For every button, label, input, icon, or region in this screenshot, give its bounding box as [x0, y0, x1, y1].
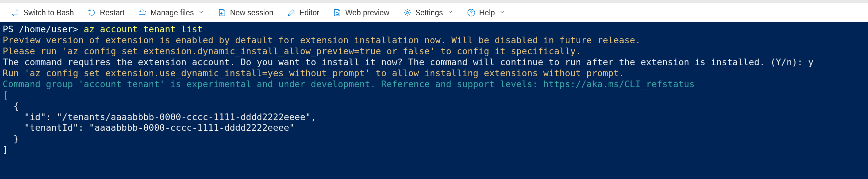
output-json: "id": "/tenants/aaaabbbb-0000-cccc-1111-… [3, 112, 316, 122]
editor-button[interactable]: Editor [280, 3, 326, 22]
output-line: Preview version of extension is enabled … [3, 35, 641, 45]
help-button[interactable]: Help [460, 3, 512, 22]
output-line: Run 'az config set extension.use_dynamic… [3, 68, 624, 78]
manage-files-label: Manage files [150, 8, 193, 17]
output-json: ] [3, 144, 8, 155]
settings-button[interactable]: Settings [396, 3, 460, 22]
help-icon [467, 8, 476, 17]
web-preview-button[interactable]: Web preview [326, 3, 396, 22]
output-line: Command group 'account tenant' is experi… [3, 79, 695, 89]
cloud-icon [138, 8, 147, 17]
swap-icon [11, 8, 20, 17]
command-text: az account tenant list [79, 24, 203, 34]
prompt-label: PS /home/user> [3, 24, 79, 34]
editor-label: Editor [299, 8, 319, 17]
chevron-down-icon [198, 9, 204, 17]
terminal-pane[interactable]: PS /home/user> az account tenant list Pr… [0, 22, 868, 179]
top-edge [0, 0, 868, 3]
svg-point-0 [406, 12, 408, 14]
chevron-down-icon [499, 9, 505, 17]
toolbar: Switch to Bash Restart Manage files New … [0, 3, 868, 22]
new-session-label: New session [230, 8, 273, 17]
web-preview-label: Web preview [345, 8, 390, 17]
output-json: [ [3, 90, 8, 100]
help-label: Help [479, 8, 495, 17]
new-session-button[interactable]: New session [211, 3, 280, 22]
output-json: { [3, 101, 19, 111]
restart-button[interactable]: Restart [81, 3, 131, 22]
output-json: "tenantId": "aaaabbbb-0000-cccc-1111-ddd… [3, 122, 294, 133]
restart-label: Restart [100, 8, 124, 17]
output-line: The command requires the extension accou… [3, 57, 813, 67]
new-session-icon [217, 8, 227, 17]
chevron-down-icon [447, 9, 453, 17]
output-json: } [3, 133, 19, 144]
switch-to-bash-button[interactable]: Switch to Bash [4, 3, 81, 22]
manage-files-button[interactable]: Manage files [131, 3, 211, 22]
pencil-icon [287, 8, 296, 17]
output-line: Please run 'az config set extension.dyna… [3, 46, 581, 56]
switch-to-bash-label: Switch to Bash [23, 8, 74, 17]
settings-label: Settings [415, 8, 443, 17]
gear-icon [403, 8, 412, 17]
restart-icon [87, 8, 96, 17]
web-preview-icon [333, 8, 342, 17]
